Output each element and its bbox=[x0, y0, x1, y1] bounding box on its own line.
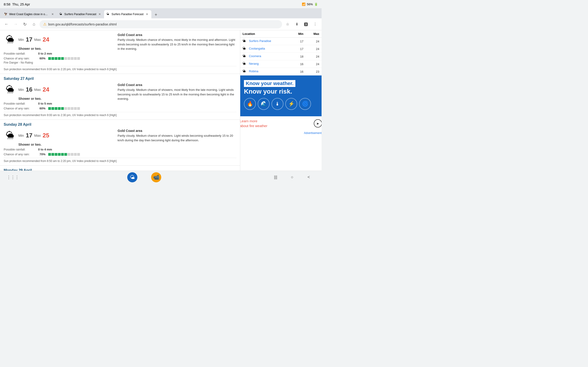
forward-button[interactable]: → bbox=[12, 21, 19, 28]
rain-seg bbox=[55, 57, 57, 60]
url-bar[interactable]: ⚠ bom.gov.au/qld/forecasts/surfers-parad… bbox=[40, 20, 282, 28]
area-name-fri: Gold Coast area bbox=[118, 33, 236, 37]
location-cell: 🌦 Robina bbox=[240, 68, 291, 75]
rain-seg bbox=[48, 153, 51, 156]
status-right-area: 📶 56% 🔋 bbox=[302, 2, 318, 6]
day-row-fri: 🌦 Min 17 Max 24 Shower or two. Possible … bbox=[4, 33, 236, 60]
tab-1[interactable]: 🦅 West Coast Eagles close in on Har... ✕ bbox=[2, 10, 57, 18]
rain-seg bbox=[61, 153, 64, 156]
rain-seg bbox=[68, 153, 70, 156]
rain-chance-row-sat: Chance of any rain: 60% bbox=[4, 107, 114, 110]
loc-max: 24 bbox=[306, 38, 321, 45]
recents-icon[interactable]: ||| bbox=[272, 174, 279, 181]
location-link[interactable]: Coomera bbox=[249, 54, 261, 58]
location-row: 🌦 Surfers Paradise 17 24 bbox=[240, 38, 321, 45]
tab-3[interactable]: 🌤 Surfers Paradise Forecast ✕ bbox=[104, 10, 151, 18]
location-cell: 🌦 Nerang bbox=[240, 60, 291, 68]
min-label-fri: Min bbox=[18, 38, 24, 42]
rain-seg bbox=[48, 57, 51, 60]
rain-bar-sat bbox=[48, 107, 80, 110]
ad-banner: Know your weather. Know your risk. 🔥 🌊 🌡… bbox=[240, 75, 321, 116]
min-col-header: Min bbox=[291, 30, 306, 38]
location-link[interactable]: Surfers Paradise bbox=[249, 39, 271, 43]
weather-icon-fri: 🌦 bbox=[4, 33, 17, 46]
location-link[interactable]: Coolangatta bbox=[249, 47, 265, 50]
rain-chance-label-sun: Chance of any rain: bbox=[4, 152, 38, 156]
rain-chance-label-sat: Chance of any rain: bbox=[4, 107, 38, 110]
new-tab-button[interactable]: + bbox=[152, 11, 160, 18]
forecast-area: 🌦 Min 17 Max 24 Shower or two. Possible … bbox=[0, 30, 240, 171]
ad-heat-icon: 🌡 bbox=[271, 98, 284, 110]
max-col-header: Max bbox=[306, 30, 321, 38]
loc-weather-icon: 🌦 bbox=[242, 54, 247, 59]
ad-fire-icon: 🔥 bbox=[244, 98, 256, 110]
temp-min-sun: 17 bbox=[26, 132, 32, 139]
url-text: bom.gov.au/qld/forecasts/surfers-paradis… bbox=[48, 23, 278, 26]
rainfall-value-sun: 0 to 4 mm bbox=[38, 148, 52, 151]
forecast-day-mon: Monday 29 April 🌦 Min 16 Max 25 Gold Coa… bbox=[0, 166, 240, 171]
address-bar-icons: ☆ ⬇ 3 ⋮ bbox=[284, 21, 319, 28]
area-desc-sat: Partly cloudy. Medium chance of showers,… bbox=[118, 88, 236, 101]
tab-3-close[interactable]: ✕ bbox=[145, 12, 149, 16]
ad-learn-button[interactable]: ▸ bbox=[314, 119, 321, 127]
rain-seg bbox=[64, 107, 67, 110]
rain-seg bbox=[61, 57, 64, 60]
rainfall-row-sun: Possible rainfall: 0 to 4 mm bbox=[4, 148, 114, 151]
location-row: 🌦 Nerang 16 24 bbox=[240, 60, 321, 68]
ad-title-1: Know your weather. bbox=[244, 80, 295, 87]
weather-icon-sat: 🌦 bbox=[4, 83, 17, 96]
loc-max: 24 bbox=[306, 60, 321, 68]
day-left-fri: 🌦 Min 17 Max 24 Shower or two. Possible … bbox=[4, 33, 114, 60]
bottom-nav-center: 🌤 📹 bbox=[127, 172, 161, 182]
main-content: 🌦 Min 17 Max 24 Shower or two. Possible … bbox=[0, 30, 321, 171]
loc-weather-icon: 🌦 bbox=[242, 47, 247, 51]
extensions-badge[interactable]: 3 bbox=[302, 21, 310, 28]
facetime-app-icon[interactable]: 📹 bbox=[151, 172, 161, 182]
bom-app-icon[interactable]: 🌤 bbox=[127, 172, 137, 182]
rain-seg bbox=[52, 107, 54, 110]
tab-2-label: Surfers Paradise Forecast bbox=[64, 13, 96, 16]
ad-learn-text: Learn moreabout fire weather bbox=[240, 119, 267, 128]
reload-button[interactable]: ↻ bbox=[21, 21, 28, 28]
forecast-day-sat: Saturday 27 April 🌦 Min 16 Max 24 Shower… bbox=[0, 74, 240, 120]
area-name-sat: Gold Coast area bbox=[118, 83, 236, 87]
rain-seg bbox=[74, 153, 77, 156]
day-left-sat: 🌦 Min 16 Max 24 Shower or two. Possible … bbox=[4, 83, 114, 110]
home-circle-icon[interactable]: ○ bbox=[288, 174, 296, 181]
location-row: 🌦 Coomera 18 24 bbox=[240, 53, 321, 60]
back-gesture-icon[interactable]: < bbox=[305, 174, 312, 181]
rain-seg bbox=[58, 57, 61, 60]
temp-row-sun: 🌦 Min 17 Max 25 bbox=[4, 129, 114, 142]
day-right-fri: Gold Coast area Partly cloudy. Medium ch… bbox=[118, 33, 236, 60]
ad-cyclone-icon: 🌀 bbox=[299, 98, 311, 110]
weather-icon-sun: 🌦 bbox=[4, 129, 17, 142]
grid-icon[interactable]: ⋮⋮⋮ bbox=[9, 174, 17, 181]
loc-weather-icon: 🌦 bbox=[242, 62, 247, 66]
temp-max-sat: 24 bbox=[43, 86, 49, 93]
tab-2-close[interactable]: ✕ bbox=[98, 12, 102, 16]
location-link[interactable]: Robina bbox=[249, 69, 258, 73]
location-link[interactable]: Nerang bbox=[249, 62, 259, 65]
bookmark-icon[interactable]: ☆ bbox=[284, 21, 291, 28]
status-bar: 8:58 Thu, 25 Apr 📶 56% 🔋 bbox=[0, 0, 321, 8]
tab-2[interactable]: 🌤 Surfers Paradise Forecast ✕ bbox=[57, 10, 104, 18]
loc-weather-icon: 🌦 bbox=[242, 69, 247, 74]
max-label-sun: Max bbox=[34, 133, 41, 137]
rainfall-label-sat: Possible rainfall: bbox=[4, 102, 38, 105]
day-row-sat: 🌦 Min 16 Max 24 Shower or two. Possible … bbox=[4, 83, 236, 110]
loc-max: 23 bbox=[306, 68, 321, 75]
forecast-day-fri: 🌦 Min 17 Max 24 Shower or two. Possible … bbox=[0, 30, 240, 74]
back-button[interactable]: ← bbox=[3, 21, 10, 28]
rain-seg bbox=[64, 153, 67, 156]
rain-seg bbox=[77, 153, 80, 156]
home-button[interactable]: ⌂ bbox=[30, 21, 38, 28]
bottom-nav: ⋮⋮⋮ 🌤 📹 ||| ○ < bbox=[0, 171, 321, 184]
download-icon[interactable]: ⬇ bbox=[293, 21, 300, 28]
day-left-sun: 🌦 Min 17 Max 25 Shower or two. Possible … bbox=[4, 129, 114, 156]
tab-1-close[interactable]: ✕ bbox=[51, 12, 55, 16]
ad-label[interactable]: Advertisement bbox=[240, 131, 321, 135]
rain-seg bbox=[58, 107, 61, 110]
day-header-mon: Monday 29 April bbox=[4, 168, 236, 171]
menu-icon[interactable]: ⋮ bbox=[311, 21, 319, 28]
rain-seg bbox=[68, 57, 70, 60]
